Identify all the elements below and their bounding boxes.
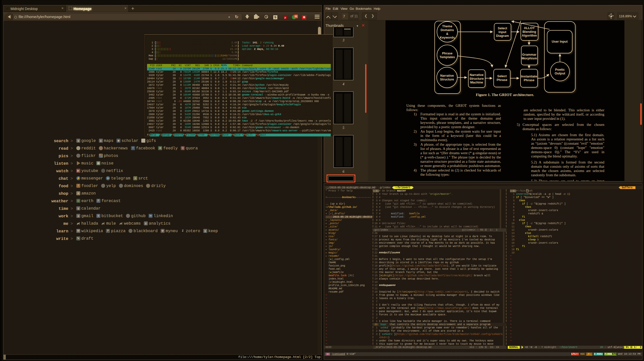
svg-text:PoeticOutput: PoeticOutput	[555, 68, 565, 75]
svg-text:User Input: User Input	[552, 40, 568, 43]
svg-text:SelectPhrase: SelectPhrase	[497, 74, 507, 82]
svg-text:ALLOYBlendingAlgorithm: ALLOYBlendingAlgorithm	[522, 26, 537, 37]
svg-text:NarrativeStructureMachine: NarrativeStructureMachine	[470, 73, 484, 84]
svg-text:NarrativeStructure: NarrativeStructure	[440, 74, 454, 81]
svg-text:GrammarMorphism: GrammarMorphism	[522, 53, 537, 60]
